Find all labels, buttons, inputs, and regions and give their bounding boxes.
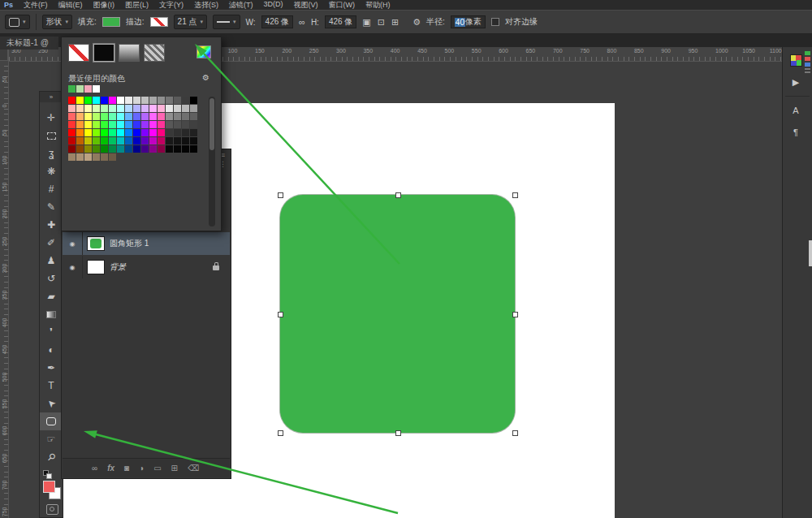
palette-swatch[interactable] xyxy=(190,97,197,104)
palette-swatch[interactable] xyxy=(101,105,108,112)
palette-swatch[interactable] xyxy=(174,121,181,128)
layer-mask-icon[interactable]: ◙ xyxy=(124,464,129,473)
palette-swatch[interactable] xyxy=(125,129,132,136)
new-group-icon[interactable]: ▭ xyxy=(153,464,161,473)
menu-item[interactable]: 文字(Y) xyxy=(159,0,184,11)
foreground-color-swatch[interactable] xyxy=(43,481,55,493)
rounded-rectangle-shape[interactable] xyxy=(280,195,515,433)
shape-tool[interactable] xyxy=(40,412,63,430)
palette-swatch[interactable] xyxy=(101,153,108,161)
palette-swatch[interactable] xyxy=(141,137,149,145)
palette-swatch[interactable] xyxy=(166,129,173,136)
shape-handle[interactable] xyxy=(512,312,518,317)
history-brush-tool[interactable]: ↺ xyxy=(40,270,63,287)
swatches-panel-button[interactable] xyxy=(786,51,806,69)
menu-item[interactable]: 文件(F) xyxy=(24,0,48,11)
palette-swatch[interactable] xyxy=(84,145,92,153)
palette-swatch[interactable] xyxy=(109,153,116,161)
palette-swatch[interactable] xyxy=(93,113,100,120)
palette-swatch[interactable] xyxy=(149,145,157,153)
palette-swatch[interactable] xyxy=(84,137,92,145)
default-colors-icon[interactable] xyxy=(43,470,53,478)
palette-swatch[interactable] xyxy=(190,129,197,136)
palette-swatch[interactable] xyxy=(109,113,116,120)
palette-swatch[interactable] xyxy=(182,129,189,136)
menu-item[interactable]: 图层(L) xyxy=(125,0,149,11)
palette-swatch[interactable] xyxy=(190,137,197,145)
link-layers-icon[interactable]: ∞ xyxy=(92,464,97,473)
menu-item[interactable]: 视图(V) xyxy=(294,0,318,11)
shape-handle[interactable] xyxy=(278,192,283,198)
palette-swatch[interactable] xyxy=(109,129,116,136)
palette-swatch[interactable] xyxy=(117,97,124,104)
document-tab[interactable]: 未标题-1 @ xyxy=(0,37,58,50)
fill-color-swatch[interactable] xyxy=(102,17,120,27)
stroke-width-dropdown[interactable]: 21 点 ▾ xyxy=(174,15,207,29)
palette-swatch[interactable] xyxy=(141,105,149,112)
palette-swatch[interactable] xyxy=(133,145,140,153)
palette-swatch[interactable] xyxy=(76,153,84,161)
palette-swatch[interactable] xyxy=(68,145,76,153)
palette-swatch[interactable] xyxy=(117,145,124,153)
palette-swatch[interactable] xyxy=(76,121,84,128)
palette-swatch[interactable] xyxy=(190,121,197,128)
align-edges-checkbox[interactable] xyxy=(491,18,499,26)
palette-swatch[interactable] xyxy=(109,97,116,104)
palette-swatch[interactable] xyxy=(84,97,92,104)
color-picker-icon[interactable] xyxy=(197,45,211,58)
actions-panel-button[interactable]: ▶ xyxy=(786,73,806,91)
pattern-fill-button[interactable] xyxy=(144,44,165,62)
shape-handle[interactable] xyxy=(512,192,518,198)
palette-swatch[interactable] xyxy=(174,137,181,145)
layer-style-icon[interactable]: fx xyxy=(107,464,114,473)
palette-swatch[interactable] xyxy=(117,137,124,145)
menu-item[interactable]: 图像(I) xyxy=(93,0,115,11)
palette-swatch[interactable] xyxy=(84,105,92,112)
shape-handle[interactable] xyxy=(278,312,283,317)
clone-stamp-tool[interactable]: ♟ xyxy=(40,252,63,270)
palette-swatch[interactable] xyxy=(68,97,76,104)
shape-handle[interactable] xyxy=(395,430,401,436)
recent-color-swatch[interactable] xyxy=(93,85,100,93)
palette-swatch[interactable] xyxy=(158,137,165,145)
palette-swatch[interactable] xyxy=(117,129,124,136)
palette-swatch[interactable] xyxy=(158,145,165,153)
gradient-tool[interactable] xyxy=(40,305,63,323)
menu-item[interactable]: 窗口(W) xyxy=(329,0,356,11)
toolbar-collapse-button[interactable]: » xyxy=(40,92,63,102)
palette-swatch[interactable] xyxy=(182,137,189,145)
new-layer-icon[interactable]: ⊞ xyxy=(171,464,178,473)
recent-color-swatch[interactable] xyxy=(68,85,76,93)
palette-swatch[interactable] xyxy=(133,113,140,120)
palette-swatch[interactable] xyxy=(93,105,100,112)
crop-tool[interactable]: # xyxy=(40,180,63,198)
menu-item[interactable]: 3D(D) xyxy=(264,0,283,11)
blur-tool[interactable]: ❜ xyxy=(40,323,63,341)
palette-swatch[interactable] xyxy=(68,121,76,128)
palette-swatch[interactable] xyxy=(68,129,76,136)
menu-item[interactable]: 编辑(E) xyxy=(58,0,83,11)
palette-swatch[interactable] xyxy=(93,121,100,128)
palette-swatch[interactable] xyxy=(101,121,108,128)
palette-swatch[interactable] xyxy=(109,145,116,153)
palette-swatch[interactable] xyxy=(182,113,189,120)
palette-swatch[interactable] xyxy=(149,97,157,104)
width-field[interactable]: 426 像 xyxy=(261,15,293,28)
no-color-button[interactable] xyxy=(68,44,89,62)
path-alignment-icon[interactable]: ⊡ xyxy=(378,17,385,28)
palette-swatch[interactable] xyxy=(76,129,84,136)
palette-swatch[interactable] xyxy=(149,121,157,128)
layer-row-background[interactable]: ◉ 背景 xyxy=(63,256,230,278)
palette-swatch[interactable] xyxy=(101,137,108,145)
palette-swatch[interactable] xyxy=(93,153,100,161)
palette-swatch[interactable] xyxy=(158,113,165,120)
adjustment-layer-icon[interactable]: ◑ xyxy=(139,464,144,473)
path-selection-tool[interactable]: ➤ xyxy=(40,395,63,412)
palette-swatch[interactable] xyxy=(133,121,140,128)
stroke-color-swatch[interactable] xyxy=(150,17,168,27)
gear-icon[interactable]: ⚙ xyxy=(202,73,209,84)
palette-swatch[interactable] xyxy=(84,121,92,128)
scrollbar[interactable] xyxy=(209,97,215,227)
palette-swatch[interactable] xyxy=(93,145,100,153)
palette-swatch[interactable] xyxy=(76,97,84,104)
